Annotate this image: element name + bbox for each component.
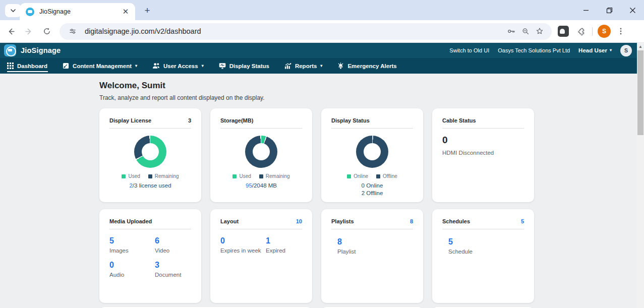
stat-expires-in-week: 0Expires in week (220, 236, 266, 254)
legend: Online Offline (331, 173, 413, 179)
nav-item-content-management[interactable]: Content Management ▾ (55, 58, 145, 74)
user-role-label: Head User (578, 47, 607, 53)
card-layout: Layout 10 0Expires in week 1Expired (210, 209, 312, 303)
users-icon (152, 63, 160, 69)
nav-item-user-access[interactable]: User Access ▾ (145, 58, 211, 74)
card-title: Media Uploaded (109, 218, 152, 224)
card-title: Cable Status (442, 117, 476, 124)
switch-to-old-ui-link[interactable]: Switch to Old UI (449, 47, 489, 53)
nav-label: Display Status (229, 63, 269, 69)
nav-item-reports[interactable]: Reports ▾ (277, 58, 330, 74)
tab-close-icon[interactable]: ✕ (121, 7, 130, 16)
divider (442, 229, 524, 229)
card-title: Schedules (442, 218, 470, 224)
back-button[interactable] (3, 24, 18, 39)
card-display-status: Display Status Online Offline 0 Online 2… (321, 108, 423, 202)
display-status-donut-chart (356, 136, 388, 168)
header-right: Switch to Old UI Oasys Tech Solutions Pv… (449, 45, 632, 56)
zoom-out-icon[interactable] (518, 24, 533, 38)
browser-menu-kebab-icon[interactable] (614, 24, 628, 38)
divider (109, 229, 191, 229)
cards-row-1: Display License 3 Used Remaining 2/3 lic… (99, 108, 534, 202)
card-cable-status: Cable Status 0 HDMI Disconnected (432, 108, 534, 202)
cards-row-2: Media Uploaded 5Images 6Video 0Audio 3Do… (99, 209, 534, 303)
nav-item-display-status[interactable]: Display Status (211, 58, 277, 74)
tab-search-button[interactable] (5, 4, 21, 17)
card-schedules: Schedules 5 5 Schedule (432, 209, 534, 303)
site-info-icon[interactable] (66, 24, 80, 38)
nav-label: Dashboard (17, 63, 47, 69)
chevron-down-icon (10, 8, 16, 14)
browser-window: JioSignage ✕ + (0, 0, 644, 308)
license-donut-chart (134, 136, 166, 168)
chevron-down-icon: ▾ (135, 64, 137, 68)
app-header: JioSignage Switch to Old UI Oasys Tech S… (0, 43, 644, 58)
toolbar-divider (592, 27, 593, 36)
card-total: 3 (188, 117, 191, 124)
restore-button[interactable] (598, 0, 621, 20)
page-scrollbar[interactable]: ▲ (637, 43, 644, 308)
toolbar-right: S (558, 24, 628, 38)
nav-label: User Access (163, 63, 198, 69)
remaining-swatch (259, 174, 263, 178)
reload-button[interactable] (39, 24, 54, 39)
url-text: digitalsignage.jio.com/v2/dashboard (85, 27, 504, 35)
legend-label: Used (239, 173, 251, 179)
divider (331, 229, 413, 229)
legend-label: Online (354, 173, 368, 179)
window-controls (574, 0, 644, 20)
chevron-down-icon: ▾ (202, 64, 204, 68)
grid-icon (7, 63, 14, 69)
dashboard-content: Welcome, Sumit Track, analyze and report… (0, 74, 637, 308)
reports-chart-icon (284, 63, 291, 69)
minimize-button[interactable] (574, 0, 598, 20)
extensions-puzzle-icon[interactable] (574, 24, 588, 38)
nav-item-dashboard[interactable]: Dashboard (7, 58, 55, 74)
legend-label: Remaining (155, 173, 179, 179)
media-stats: 5Images 6Video 0Audio 3Document (109, 236, 191, 278)
forward-button[interactable] (21, 24, 36, 39)
card-title: Playlists (331, 218, 354, 224)
used-swatch (232, 174, 237, 178)
main-navigation: Dashboard Content Management ▾ User Acce… (0, 58, 644, 74)
nav-label: Reports (295, 63, 317, 69)
company-name: Oasys Tech Solutions Pvt Ltd (498, 47, 570, 53)
stat-playlist: 8 Playlist (331, 237, 413, 255)
legend: Used Remaining (220, 173, 302, 179)
tab-title: JioSignage (39, 8, 121, 15)
page-title: Welcome, Sumit (99, 81, 637, 91)
scroll-up-arrow[interactable]: ▲ (637, 43, 644, 50)
jiosignage-logo-icon (4, 44, 16, 56)
extension-app-icon[interactable] (558, 26, 569, 37)
address-bar[interactable]: digitalsignage.jio.com/v2/dashboard (60, 23, 552, 40)
close-window-button[interactable] (621, 0, 644, 20)
user-avatar[interactable]: S (620, 45, 632, 56)
storage-donut-chart (245, 136, 277, 168)
nav-label: Content Management (73, 63, 132, 69)
browser-tab-jiosignage[interactable]: JioSignage ✕ (20, 3, 135, 20)
nav-item-emergency-alerts[interactable]: Emergency Alerts (330, 58, 404, 74)
tab-strip: JioSignage ✕ + (0, 0, 644, 20)
divider (331, 128, 413, 129)
browser-profile-avatar[interactable]: S (598, 25, 611, 38)
chevron-down-icon: ▾ (610, 48, 612, 52)
card-title: Layout (220, 218, 239, 224)
divider (220, 229, 302, 229)
chevron-down-icon: ▾ (320, 64, 322, 68)
online-swatch (347, 174, 351, 178)
divider (109, 128, 191, 129)
password-key-icon[interactable] (504, 24, 518, 38)
new-tab-button[interactable]: + (141, 5, 153, 17)
legend-label: Used (128, 173, 140, 179)
edit-icon (63, 63, 69, 69)
legend-label: Remaining (266, 173, 290, 179)
alert-beacon-icon (337, 63, 344, 69)
stat-schedule: 5 Schedule (442, 237, 524, 255)
user-menu[interactable]: Head User ▾ (578, 47, 612, 53)
legend-label: Offline (383, 173, 397, 179)
scrollbar-thumb[interactable] (637, 50, 643, 135)
card-media-uploaded: Media Uploaded 5Images 6Video 0Audio 3Do… (99, 209, 201, 303)
card-title: Display Status (331, 117, 370, 124)
bookmark-star-icon[interactable] (533, 24, 547, 38)
card-total: 8 (410, 218, 413, 224)
